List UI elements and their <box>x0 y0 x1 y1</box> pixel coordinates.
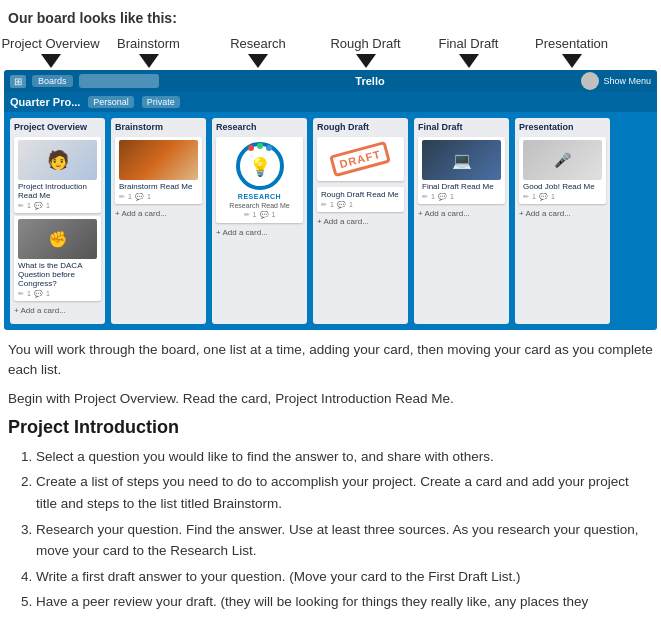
section-title: Project Introduction <box>8 417 653 438</box>
trello-logo: Trello <box>355 75 384 87</box>
col-label-0: Project Overview <box>1 36 99 51</box>
add-card-5[interactable]: + Add a card... <box>519 209 606 218</box>
list-title-0: Project Overview <box>14 122 101 132</box>
ordered-list: Select a question you would like to find… <box>8 446 653 613</box>
arrow-3 <box>356 54 376 68</box>
card-icons-3-0: ✏1 💬1 <box>321 201 400 209</box>
label-presentation: Presentation <box>524 36 619 68</box>
add-card-1[interactable]: + Add a card... <box>115 209 202 218</box>
list-title-4: Final Draft <box>418 122 505 132</box>
research-svg: 💡 <box>235 141 285 191</box>
comment-icon-5: 💬 <box>337 201 346 209</box>
edit-icon-7: ✏ <box>523 193 529 201</box>
add-card-0[interactable]: + Add a card... <box>14 306 101 315</box>
card-text-0-1: What is the DACA Question before Congres… <box>18 261 82 288</box>
boards-icon: ⊞ <box>10 75 26 88</box>
list-final-draft: Final Draft 💻 Final Draft Read Me ✏1 💬1 … <box>414 118 509 324</box>
card-icons-0-0: ✏1 💬1 <box>18 202 97 210</box>
col-label-1: Brainstorm <box>117 36 180 51</box>
topbar-left: ⊞ Boards <box>10 74 159 88</box>
svg-point-3 <box>266 145 272 151</box>
content-para-2: Begin with Project Overview. Read the ca… <box>8 389 653 409</box>
edit-icon-4: ✏ <box>244 211 250 219</box>
protest-img: ✊ <box>18 219 97 259</box>
laptop-img: 💻 <box>422 140 501 180</box>
svg-point-2 <box>257 143 263 149</box>
comment-icon: 💬 <box>34 202 43 210</box>
person-img: 🧑 <box>18 140 97 180</box>
card-image-protest: ✊ <box>18 219 97 259</box>
list-item-5: Have a peer review your draft. (they wil… <box>36 591 653 613</box>
card-draft-stamp[interactable]: DRAFT <box>317 137 404 181</box>
arrow-5 <box>562 54 582 68</box>
content-para-1: You will work through the board, one lis… <box>8 340 653 381</box>
card-text-5-0: Good Job! Read Me <box>523 182 595 191</box>
comment-icon-7: 💬 <box>539 193 548 201</box>
edit-icon-3: ✏ <box>119 193 125 201</box>
list-title-3: Rough Draft <box>317 122 404 132</box>
label-rough-draft: Rough Draft <box>318 36 413 68</box>
card-research-logo[interactable]: 💡 RESEARCH Research Read Me ✏1 💬1 <box>216 137 303 223</box>
arrow-4 <box>459 54 479 68</box>
show-menu-btn[interactable]: Show Menu <box>603 76 651 86</box>
draft-stamp-text: DRAFT <box>330 141 392 177</box>
card-image-person: 🧑 <box>18 140 97 180</box>
lists-area: Project Overview 🧑 Project Introduction … <box>4 112 657 330</box>
label-research: Research <box>208 36 308 68</box>
list-item-2: Create a list of steps you need to do to… <box>36 471 653 514</box>
card-rough-draft-read[interactable]: Rough Draft Read Me ✏1 💬1 <box>317 187 404 212</box>
arrow-1 <box>139 54 159 68</box>
comment-icon-2: 💬 <box>34 290 43 298</box>
card-final-draft-read[interactable]: 💻 Final Draft Read Me ✏1 💬1 <box>418 137 505 204</box>
research-label: RESEARCH <box>238 193 281 200</box>
comment-icon-3: 💬 <box>135 193 144 201</box>
list-item-4: Write a first draft answer to your quest… <box>36 566 653 588</box>
board-name: Quarter Pro... <box>10 96 80 108</box>
header-section: Our board looks like this: <box>0 0 661 36</box>
research-circle-container: 💡 <box>235 141 285 191</box>
card-text-2-0: Research Read Me <box>229 202 289 209</box>
label-project-overview: Project Overview <box>8 36 93 68</box>
stamp-container: DRAFT <box>323 140 397 178</box>
list-brainstorm: Brainstorm Brainstorm Read Me ✏1 💬1 + Ad… <box>111 118 206 324</box>
edit-icon-5: ✏ <box>321 201 327 209</box>
content-section: You will work through the board, one lis… <box>0 330 661 619</box>
boards-btn[interactable]: Boards <box>32 75 73 87</box>
card-daca[interactable]: ✊ What is the DACA Question before Congr… <box>14 216 101 301</box>
card-text-1-0: Brainstorm Read Me <box>119 182 192 191</box>
label-final-draft: Final Draft <box>421 36 516 68</box>
card-image-brainstorm <box>119 140 198 180</box>
add-card-4[interactable]: + Add a card... <box>418 209 505 218</box>
arrow-0 <box>41 54 61 68</box>
col-label-2: Research <box>230 36 286 51</box>
list-rough-draft: Rough Draft DRAFT Rough Draft Read Me ✏1… <box>313 118 408 324</box>
card-icons-0-1: ✏1 💬1 <box>18 290 97 298</box>
col-label-5: Presentation <box>535 36 608 51</box>
board-subheader: Quarter Pro... Personal Private <box>4 92 657 112</box>
add-card-2[interactable]: + Add a card... <box>216 228 303 237</box>
list-title-1: Brainstorm <box>115 122 202 132</box>
list-research: Research 💡 RESEARCH Research Read Me <box>212 118 307 324</box>
svg-point-1 <box>248 145 254 151</box>
card-good-job[interactable]: 🎤 Good Job! Read Me ✏1 💬1 <box>519 137 606 204</box>
add-card-3[interactable]: + Add a card... <box>317 217 404 226</box>
list-title-5: Presentation <box>519 122 606 132</box>
edit-icon-2: ✏ <box>18 290 24 298</box>
brainstorm-img <box>119 140 198 180</box>
edit-icon-6: ✏ <box>422 193 428 201</box>
list-item-1: Select a question you would like to find… <box>36 446 653 468</box>
edit-icon: ✏ <box>18 202 24 210</box>
personal-tag: Personal <box>88 96 134 108</box>
svg-text:💡: 💡 <box>249 156 272 178</box>
user-avatar <box>581 72 599 90</box>
card-brainstorm-read[interactable]: Brainstorm Read Me ✏1 💬1 <box>115 137 202 204</box>
col-label-4: Final Draft <box>439 36 499 51</box>
list-presentation: Presentation 🎤 Good Job! Read Me ✏1 💬1 +… <box>515 118 610 324</box>
list-item-3: Research your question. Find the answer.… <box>36 519 653 562</box>
trello-topbar: ⊞ Boards Trello Show Menu <box>4 70 657 92</box>
topbar-right: Show Menu <box>581 72 651 90</box>
private-tag: Private <box>142 96 180 108</box>
col-label-3: Rough Draft <box>330 36 400 51</box>
card-project-intro[interactable]: 🧑 Project Introduction Read Me ✏1 💬1 <box>14 137 101 213</box>
trello-search[interactable] <box>79 74 159 88</box>
